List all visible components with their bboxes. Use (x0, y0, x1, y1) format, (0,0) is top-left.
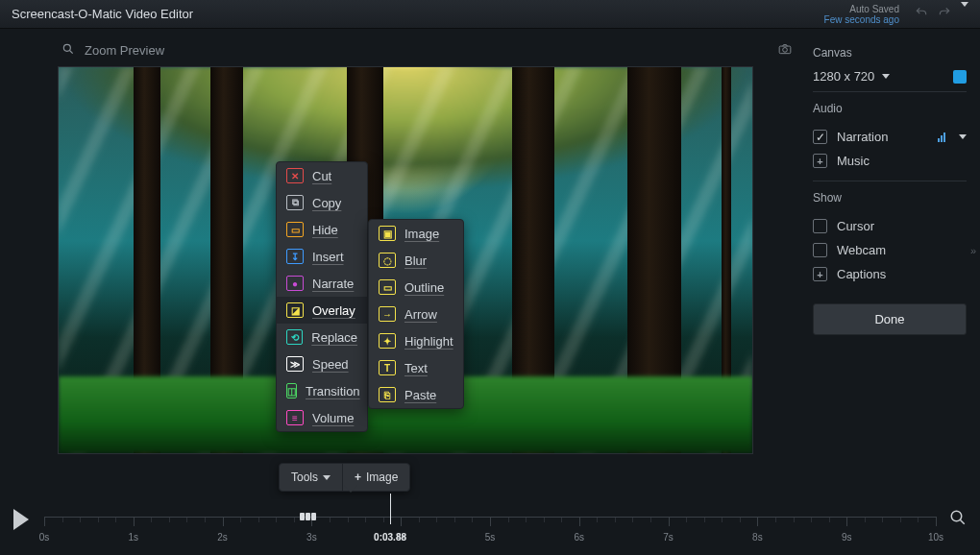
narrate-icon: ● (286, 276, 304, 291)
show-header: Show (813, 191, 967, 205)
svg-point-2 (783, 48, 788, 53)
tick-label: 3s (306, 532, 317, 543)
autosave-status: Auto Saved Few seconds ago (824, 4, 899, 25)
snapshot-icon[interactable] (778, 42, 792, 59)
tick-label: 9s (842, 532, 852, 543)
tick-label: 10s (928, 532, 943, 543)
tick-label: 5s (485, 532, 496, 543)
playhead[interactable] (390, 494, 391, 524)
volume-icon: ≡ (286, 410, 304, 425)
chevron-right-icon[interactable]: » (970, 245, 976, 256)
canvas-size-select[interactable]: 1280 x 720 (813, 69, 967, 84)
overlay-icon: ◪ (286, 302, 304, 318)
blur-icon: ◌ (379, 253, 396, 268)
cut-icon: ✕ (286, 168, 304, 183)
tools-item-narrate[interactable]: ●Narrate (277, 270, 367, 297)
svg-point-0 (63, 44, 70, 51)
audio-header: Audio (813, 102, 967, 115)
tools-item-overlay[interactable]: ◪Overlay (277, 297, 367, 324)
speed-icon: ≫ (286, 356, 304, 372)
overlay-item-text[interactable]: TText (369, 354, 463, 381)
tick-label: 0s (39, 532, 50, 543)
timeline: 0s1s2s3s4s5s6s7s8s9s10s0:03.88 (0, 499, 980, 555)
canvas-header: Canvas (813, 46, 967, 60)
svg-point-3 (951, 511, 962, 521)
tick-label: 6s (575, 532, 585, 543)
chevron-down-icon (323, 475, 331, 480)
insert-icon: ↧ (286, 249, 304, 264)
plus-box-icon (813, 154, 827, 168)
copy-icon: ⧉ (286, 195, 304, 210)
tools-item-transition[interactable]: ◫Transition (277, 377, 367, 404)
chevron-down-icon[interactable] (959, 134, 967, 139)
play-button[interactable] (13, 509, 29, 530)
search-icon (61, 42, 75, 59)
show-cursor-toggle[interactable]: Cursor (813, 214, 967, 238)
text-icon: T (379, 360, 396, 375)
tools-item-replace[interactable]: ⟲Replace (277, 324, 367, 350)
arrow-icon: → (379, 306, 396, 322)
canvas-background-swatch[interactable] (953, 70, 967, 84)
menu-caret-icon[interactable] (961, 7, 968, 21)
overlay-submenu: ▣Image◌Blur▭Outline→Arrow✦HighlightTText… (368, 219, 464, 409)
redo-icon[interactable] (938, 6, 951, 22)
narration-toggle[interactable]: Narration (813, 125, 967, 149)
tools-item-hide[interactable]: ▭Hide (277, 216, 367, 243)
tools-item-insert[interactable]: ↧Insert (277, 243, 367, 270)
side-panel: Canvas 1280 x 720 Audio Narration Music … (807, 29, 980, 499)
overlay-item-blur[interactable]: ◌Blur (369, 247, 463, 274)
toolbar-pointer-icon (344, 485, 357, 493)
checkbox-empty-icon (813, 219, 827, 233)
replace-icon: ⟲ (286, 329, 303, 345)
outline-icon: ▭ (379, 279, 396, 295)
clip-handles[interactable] (300, 513, 316, 520)
tick-label: 2s (217, 532, 228, 543)
tools-item-volume[interactable]: ≡Volume (277, 404, 367, 431)
paste-icon: ⎘ (379, 387, 396, 402)
hide-icon: ▭ (286, 222, 304, 237)
done-button[interactable]: Done (813, 303, 967, 335)
tools-popup: ✕Cut⧉Copy▭Hide↧Insert●Narrate◪Overlay⟲Re… (276, 161, 368, 432)
add-captions-button[interactable]: Captions (813, 262, 967, 286)
overlay-item-arrow[interactable]: →Arrow (369, 301, 463, 327)
overlay-item-paste[interactable]: ⎘Paste (369, 381, 463, 408)
tools-menu-button[interactable]: Tools (280, 464, 343, 491)
tools-item-cut[interactable]: ✕Cut (277, 162, 367, 189)
zoom-preview-label[interactable]: Zoom Preview (85, 43, 164, 58)
overlay-item-image[interactable]: ▣Image (369, 220, 463, 247)
tools-item-speed[interactable]: ≫Speed (277, 350, 367, 377)
show-webcam-toggle[interactable]: Webcam » (813, 238, 967, 262)
plus-box-icon (813, 267, 827, 281)
undo-icon[interactable] (915, 6, 928, 22)
checkbox-empty-icon (813, 243, 827, 257)
timeline-zoom-icon[interactable] (949, 509, 967, 530)
current-time: 0:03.88 (374, 532, 406, 543)
overlay-item-highlight[interactable]: ✦Highlight (369, 327, 463, 354)
highlight-icon: ✦ (379, 333, 396, 349)
tools-item-copy[interactable]: ⧉Copy (277, 189, 367, 216)
add-music-button[interactable]: Music (813, 149, 967, 173)
transition-icon: ◫ (286, 383, 297, 398)
timeline-track[interactable]: 0s1s2s3s4s5s6s7s8s9s10s0:03.88 (44, 517, 936, 545)
checkbox-checked-icon (813, 130, 827, 144)
overlay-item-outline[interactable]: ▭Outline (369, 274, 463, 301)
tick-label: 8s (752, 532, 763, 543)
image-icon: ▣ (379, 226, 396, 241)
titlebar: Screencast-O-Matic Video Editor Auto Sav… (0, 0, 980, 29)
tick-label: 1s (129, 532, 139, 543)
tick-label: 7s (663, 532, 674, 543)
audio-level-icon (938, 133, 945, 142)
app-title: Screencast-O-Matic Video Editor (12, 7, 193, 21)
